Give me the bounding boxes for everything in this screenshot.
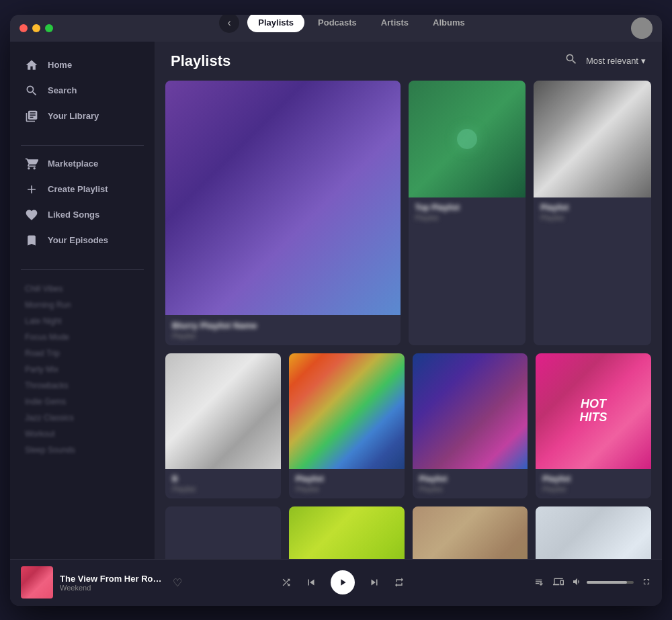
playlist-meta: Playlist: [172, 332, 394, 340]
playlist-meta: Playlist: [172, 485, 274, 493]
playlist-name: Top Playlist: [415, 203, 519, 212]
content-area: Playlists Most relevant ▾: [155, 42, 662, 559]
sidebar: Home Search Your Library: [10, 42, 155, 559]
title-bar: ‹ Playlists Podcasts Artists Albums: [10, 15, 662, 42]
playlist-name: Playlist: [540, 203, 644, 212]
playlist-row-2: B Playlist Playlist Playlist: [165, 353, 651, 498]
sidebar-item-library[interactable]: Your Library: [15, 103, 149, 129]
volume-control: [572, 576, 634, 589]
list-item[interactable]: Late Night: [10, 313, 155, 329]
album-art: [21, 566, 53, 599]
back-button[interactable]: ‹: [219, 15, 239, 33]
sidebar-item-library-label: Your Library: [48, 111, 99, 121]
chevron-down-icon: ▾: [641, 56, 646, 66]
playlist-name: Playlist: [542, 474, 644, 484]
list-item[interactable]: Chill Vibes: [10, 281, 155, 297]
search-playlists-button[interactable]: [564, 52, 578, 69]
sidebar-item-liked-songs[interactable]: Liked Songs: [15, 202, 149, 228]
playlist-thumb-text: HOTHITS: [580, 398, 607, 425]
playlist-card-p9[interactable]: Playlist Playlist: [289, 506, 405, 559]
sidebar-item-home-label: Home: [48, 60, 72, 70]
page-title: Playlists: [171, 52, 230, 70]
playlist-card-p2[interactable]: Top Playlist Playlist: [409, 81, 526, 346]
sidebar-nav: Home Search Your Library: [10, 52, 155, 129]
song-artist: Weekend: [60, 584, 166, 592]
tab-playlists[interactable]: Playlists: [247, 15, 304, 33]
playlist-name: Playlist: [296, 474, 398, 484]
main-area: Home Search Your Library: [10, 42, 662, 559]
playlist-card-p10[interactable]: Playlist Playlist: [413, 506, 528, 559]
playlist-name: B: [172, 474, 274, 484]
volume-fill: [587, 581, 627, 584]
home-icon: [25, 58, 38, 72]
plus-icon: [25, 183, 38, 196]
sidebar-divider-2: [21, 269, 144, 270]
playlist-meta: Playlist: [296, 485, 398, 493]
sidebar-item-create-playlist[interactable]: Create Playlist: [15, 177, 149, 202]
sidebar-item-marketplace-label: Marketplace: [48, 159, 98, 169]
playlist-card-p11[interactable]: Playlist Playlist: [536, 506, 651, 559]
expand-button[interactable]: [642, 577, 651, 588]
playlist-name: Playlist: [419, 474, 521, 484]
playlist-name: Blurry Playlist Name: [172, 320, 394, 330]
sort-button[interactable]: Most relevant ▾: [586, 56, 646, 66]
shuffle-button[interactable]: [281, 577, 292, 588]
tab-albums[interactable]: Albums: [422, 15, 476, 33]
list-item[interactable]: Party Mix: [10, 361, 155, 378]
list-item[interactable]: Morning Run: [10, 297, 155, 313]
playlist-card-p4[interactable]: B Playlist: [165, 353, 281, 498]
like-button[interactable]: ♡: [173, 576, 182, 589]
song-title: The View From Her Room -: [60, 574, 166, 584]
playlist-meta: Playlist: [415, 214, 519, 222]
tab-artists[interactable]: Artists: [370, 15, 419, 33]
repeat-button[interactable]: [394, 577, 405, 588]
player-controls: [182, 570, 503, 594]
app-window: ‹ Playlists Podcasts Artists Albums Home: [10, 15, 662, 606]
playlists-grid: Blurry Playlist Name Playlist Top Playli…: [155, 81, 662, 559]
profile-button[interactable]: [631, 17, 653, 39]
tab-podcasts[interactable]: Podcasts: [307, 15, 368, 33]
playlist-card-p6[interactable]: Playlist Playlist: [413, 353, 528, 498]
playlist-card-p1[interactable]: Blurry Playlist Name Playlist: [165, 81, 401, 346]
close-button[interactable]: [19, 24, 28, 32]
queue-button[interactable]: [534, 576, 545, 589]
sidebar-item-search-label: Search: [48, 85, 77, 95]
next-button[interactable]: [368, 576, 380, 588]
maximize-button[interactable]: [45, 24, 53, 32]
minimize-button[interactable]: [32, 24, 40, 32]
player-extra-controls: [503, 576, 651, 589]
list-item[interactable]: Indie Gems: [10, 394, 155, 410]
devices-button[interactable]: [553, 576, 564, 589]
sidebar-item-home[interactable]: Home: [15, 52, 149, 78]
playlist-row-1: Blurry Playlist Name Playlist Top Playli…: [165, 81, 651, 346]
heart-icon: [25, 208, 38, 222]
playlist-card-p3[interactable]: Playlist Playlist: [534, 81, 651, 346]
list-item[interactable]: Focus Mode: [10, 329, 155, 345]
volume-button[interactable]: [572, 576, 583, 589]
playlist-card-p5[interactable]: Playlist Playlist: [289, 353, 405, 498]
list-item[interactable]: Sleep Sounds: [10, 442, 155, 458]
playlist-meta: Playlist: [419, 485, 521, 493]
traffic-lights: [19, 24, 53, 32]
list-item[interactable]: Jazz Classics: [10, 410, 155, 426]
sidebar-item-your-episodes[interactable]: Your Episodes: [15, 228, 149, 253]
sidebar-playlist-list: Chill Vibes Morning Run Late Night Focus…: [10, 275, 155, 463]
volume-slider[interactable]: [587, 581, 634, 584]
sidebar-item-marketplace[interactable]: Marketplace: [15, 151, 149, 177]
marketplace-icon: [25, 157, 38, 171]
play-pause-button[interactable]: [331, 570, 355, 594]
playlist-card-p7[interactable]: HOTHITS Playlist Playlist: [536, 353, 651, 498]
playlist-meta: Playlist: [542, 485, 644, 493]
previous-button[interactable]: [305, 576, 317, 588]
playlist-card-p8[interactable]: Playlist Playlist: [165, 506, 281, 559]
list-item[interactable]: Workout: [10, 426, 155, 442]
player-text: The View From Her Room - Weekend: [60, 574, 166, 592]
section-actions: Most relevant ▾: [564, 52, 646, 69]
sidebar-item-search[interactable]: Search: [15, 78, 149, 103]
bookmark-icon: [25, 234, 38, 247]
playlist-row-3: Playlist Playlist Playlist Playlist: [165, 506, 651, 559]
sidebar-item-liked-songs-label: Liked Songs: [48, 210, 99, 220]
list-item[interactable]: Road Trip: [10, 345, 155, 361]
list-item[interactable]: Throwbacks: [10, 378, 155, 394]
playlist-meta: Playlist: [540, 214, 644, 222]
